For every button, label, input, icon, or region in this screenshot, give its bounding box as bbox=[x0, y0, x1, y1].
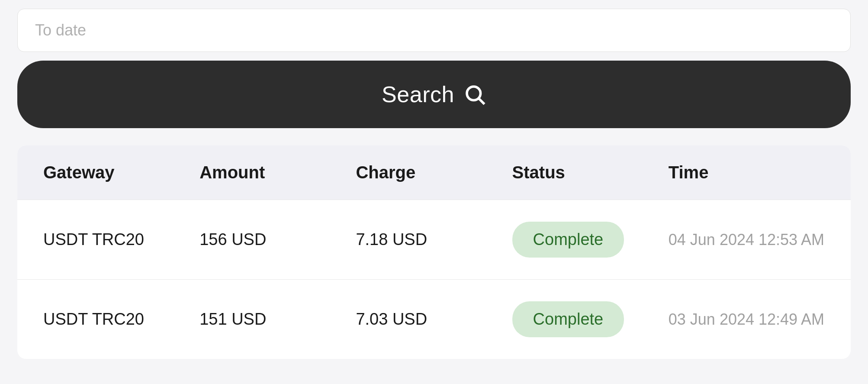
date-input-container: To date bbox=[17, 9, 851, 52]
table-row: USDT TRC20 151 USD 7.03 USD Complete 03 … bbox=[17, 279, 851, 359]
cell-status-2: Complete bbox=[512, 301, 669, 337]
status-badge-2: Complete bbox=[512, 301, 624, 337]
cell-charge-2: 7.03 USD bbox=[356, 310, 512, 329]
svg-point-0 bbox=[467, 87, 481, 100]
cell-time-1: 04 Jun 2024 12:53 AM bbox=[669, 231, 825, 249]
cell-status-1: Complete bbox=[512, 222, 669, 258]
table-header: Gateway Amount Charge Status Time bbox=[17, 145, 851, 200]
cell-amount-2: 151 USD bbox=[199, 310, 356, 329]
search-icon bbox=[463, 83, 486, 106]
svg-line-1 bbox=[479, 99, 484, 104]
header-time: Time bbox=[669, 163, 825, 182]
table-row: USDT TRC20 156 USD 7.18 USD Complete 04 … bbox=[17, 200, 851, 279]
date-input-placeholder: To date bbox=[35, 21, 86, 39]
header-gateway: Gateway bbox=[43, 163, 199, 182]
cell-gateway-1: USDT TRC20 bbox=[43, 230, 199, 249]
page-wrapper: To date Search Gateway Amount Charge Sta… bbox=[0, 0, 868, 359]
header-charge: Charge bbox=[356, 163, 512, 182]
cell-charge-1: 7.18 USD bbox=[356, 230, 512, 249]
search-button-label: Search bbox=[382, 81, 454, 107]
cell-gateway-2: USDT TRC20 bbox=[43, 310, 199, 329]
header-amount: Amount bbox=[199, 163, 356, 182]
cell-amount-1: 156 USD bbox=[199, 230, 356, 249]
search-button[interactable]: Search bbox=[17, 61, 851, 128]
header-status: Status bbox=[512, 163, 669, 182]
transaction-table: Gateway Amount Charge Status Time USDT T… bbox=[17, 145, 851, 359]
cell-time-2: 03 Jun 2024 12:49 AM bbox=[669, 310, 825, 329]
status-badge-1: Complete bbox=[512, 222, 624, 258]
